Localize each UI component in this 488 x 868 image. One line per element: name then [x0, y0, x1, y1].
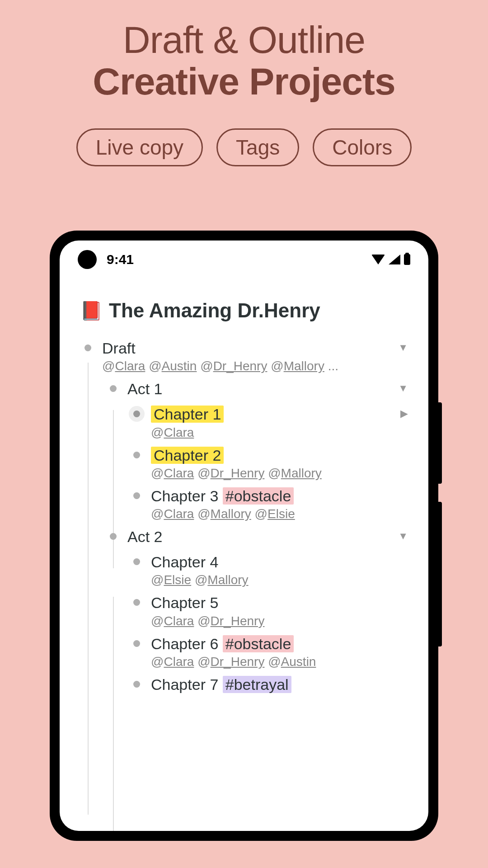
pill-colors: Colors [313, 128, 412, 166]
hero-title: Creative Projects [0, 60, 488, 104]
row-title[interactable]: Chapter 6 #obstacle [151, 634, 408, 654]
camera-cutout [78, 250, 97, 269]
tag-badge[interactable]: #obstacle [223, 635, 294, 652]
outline-row[interactable]: Chapter 4@Elsie @Mallory [80, 549, 408, 590]
highlighted-text: Chapter 1 [151, 406, 224, 423]
mentions-line: @Clara [151, 425, 408, 440]
row-content: Chapter 2@Clara @Dr_Henry @Mallory [151, 445, 408, 481]
outline-row[interactable]: Chapter 3 #obstacle@Clara @Mallory @Elsi… [80, 483, 408, 524]
chevron-down-icon[interactable]: ▼ [398, 382, 408, 394]
hero-section: Draft & Outline Creative Projects Live c… [0, 0, 488, 166]
document-title[interactable]: 📕 The Amazing Dr.Henry [80, 299, 408, 322]
row-title[interactable]: Act 1 [127, 379, 408, 399]
mention-link[interactable]: Dr_Henry [211, 614, 265, 628]
mention-link[interactable]: Clara [164, 655, 194, 669]
mention-link[interactable]: Austin [281, 655, 316, 669]
outline-row[interactable]: Chapter 6 #obstacle@Clara @Dr_Henry @Aus… [80, 631, 408, 672]
mention-link[interactable]: Clara [164, 507, 194, 521]
bullet-icon[interactable] [133, 492, 140, 499]
pill-live-copy: Live copy [76, 128, 203, 166]
row-title-text: Chapter 3 [151, 487, 218, 505]
mention-link[interactable]: Mallory [281, 466, 322, 480]
chevron-down-icon[interactable]: ▼ [398, 530, 408, 542]
row-content: Draft@Clara @Austin @Dr_Henry @Mallory .… [102, 338, 408, 373]
tag-badge[interactable]: #betrayal [223, 676, 291, 693]
mention-link[interactable]: Elsie [267, 507, 295, 521]
mentions-line: @Clara @Dr_Henry @Austin [151, 655, 408, 669]
row-content: Chapter 1@Clara [151, 404, 408, 439]
row-content: Chapter 3 #obstacle@Clara @Mallory @Elsi… [151, 486, 408, 521]
phone-screen: 9:41 📕 The Amazing Dr.Henry Draft@Clara … [60, 241, 428, 831]
mention-link[interactable]: Dr_Henry [211, 655, 265, 669]
mention-link[interactable]: Clara [164, 466, 194, 480]
mentions-line: @Clara @Dr_Henry @Mallory [151, 466, 408, 481]
row-title-text: Chapter 6 [151, 635, 218, 652]
row-title[interactable]: Chapter 7 #betrayal [151, 675, 408, 694]
mention-link[interactable]: Mallory [284, 359, 324, 373]
bullet-icon[interactable] [133, 410, 140, 417]
phone-side-button [438, 402, 442, 484]
row-content: Chapter 7 #betrayal [151, 675, 408, 694]
status-bar: 9:41 [60, 241, 428, 272]
bullet-icon[interactable] [133, 681, 140, 688]
bullet-icon[interactable] [133, 558, 140, 565]
mentions-line: @Clara @Mallory @Elsie [151, 507, 408, 521]
mention-link[interactable]: Mallory [207, 573, 248, 587]
mentions-line: @Elsie @Mallory [151, 573, 408, 587]
mention-link[interactable]: Clara [115, 359, 145, 373]
mentions-line: @Clara @Dr_Henry [151, 614, 408, 628]
outline-row[interactable]: Draft@Clara @Austin @Dr_Henry @Mallory .… [80, 335, 408, 376]
chevron-right-icon[interactable]: ▶ [400, 408, 408, 420]
outline-row[interactable]: Chapter 1@Clara▶ [80, 401, 408, 442]
status-time: 9:41 [107, 252, 134, 267]
outline-row[interactable]: Chapter 7 #betrayal [80, 672, 408, 697]
mention-link[interactable]: Elsie [164, 573, 191, 587]
mention-link[interactable]: Austin [162, 359, 197, 373]
status-icons [371, 254, 410, 265]
bullet-icon[interactable] [84, 344, 91, 351]
row-title[interactable]: Draft [102, 338, 408, 358]
bullet-icon[interactable] [133, 599, 140, 606]
outline-row[interactable]: Chapter 5@Clara @Dr_Henry [80, 590, 408, 631]
row-title-text: Chapter 5 [151, 594, 218, 611]
mention-link[interactable]: Dr_Henry [211, 466, 265, 480]
document-content: 📕 The Amazing Dr.Henry Draft@Clara @Aust… [60, 272, 428, 697]
outline-row[interactable]: Act 1▼ [80, 376, 408, 401]
row-title[interactable]: Chapter 1 [151, 404, 408, 424]
pill-tags: Tags [216, 128, 299, 166]
highlighted-text: Chapter 2 [151, 447, 224, 464]
signal-icon [389, 255, 400, 264]
outline-row[interactable]: Chapter 2@Clara @Dr_Henry @Mallory [80, 443, 408, 483]
row-content: Chapter 4@Elsie @Mallory [151, 552, 408, 587]
bullet-icon[interactable] [133, 452, 140, 458]
row-content: Chapter 6 #obstacle@Clara @Dr_Henry @Aus… [151, 634, 408, 669]
row-title-text: Act 2 [127, 528, 162, 545]
chevron-down-icon[interactable]: ▼ [398, 342, 408, 354]
row-title[interactable]: Chapter 5 [151, 593, 408, 613]
row-title[interactable]: Chapter 3 #obstacle [151, 486, 408, 506]
hero-subtitle: Draft & Outline [0, 18, 488, 62]
row-title-text: Act 1 [127, 380, 162, 397]
outline-row[interactable]: Act 2▼ [80, 524, 408, 549]
row-content: Act 2 [127, 527, 408, 547]
row-title-text: Draft [102, 340, 136, 357]
bullet-icon[interactable] [133, 640, 140, 647]
mention-link[interactable]: Clara [164, 425, 194, 439]
mention-link[interactable]: Clara [164, 614, 194, 628]
mentions-line: @Clara @Austin @Dr_Henry @Mallory ... [102, 359, 408, 373]
row-title[interactable]: Chapter 2 [151, 445, 408, 465]
mention-link[interactable]: Mallory [211, 507, 251, 521]
row-title-text: Chapter 7 [151, 676, 218, 693]
feature-pills: Live copy Tags Colors [0, 128, 488, 166]
phone-side-button [438, 502, 442, 646]
row-title[interactable]: Chapter 4 [151, 552, 408, 572]
bullet-icon[interactable] [110, 533, 117, 540]
tag-badge[interactable]: #obstacle [223, 487, 294, 505]
document-title-text: The Amazing Dr.Henry [109, 299, 320, 322]
row-content: Act 1 [127, 379, 408, 399]
mention-link[interactable]: Dr_Henry [213, 359, 267, 373]
wifi-icon [371, 255, 385, 264]
row-title[interactable]: Act 2 [127, 527, 408, 547]
bullet-icon[interactable] [110, 385, 117, 392]
row-content: Chapter 5@Clara @Dr_Henry [151, 593, 408, 628]
